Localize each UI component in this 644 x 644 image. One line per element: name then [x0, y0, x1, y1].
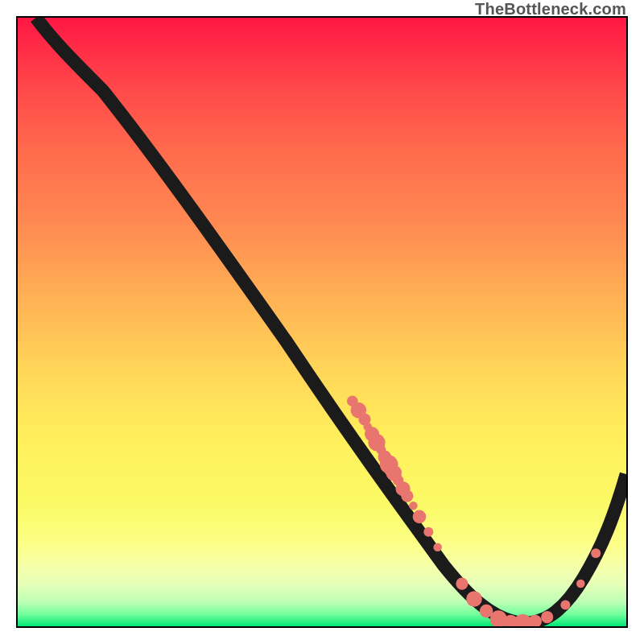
chart-canvas: TheBottleneck.com [0, 0, 644, 644]
svg-point-13 [409, 502, 418, 510]
svg-point-17 [456, 578, 468, 590]
svg-point-26 [576, 580, 585, 588]
chart-svg [18, 18, 626, 626]
bottleneck-curve [36, 18, 626, 623]
svg-point-27 [591, 548, 601, 558]
chart-frame [16, 16, 628, 628]
data-dots [347, 395, 601, 626]
svg-point-14 [413, 510, 427, 524]
svg-point-24 [541, 611, 553, 623]
svg-point-25 [560, 600, 570, 609]
svg-point-16 [433, 543, 442, 551]
svg-point-18 [466, 591, 482, 607]
svg-point-15 [423, 527, 433, 537]
svg-point-12 [401, 490, 413, 502]
